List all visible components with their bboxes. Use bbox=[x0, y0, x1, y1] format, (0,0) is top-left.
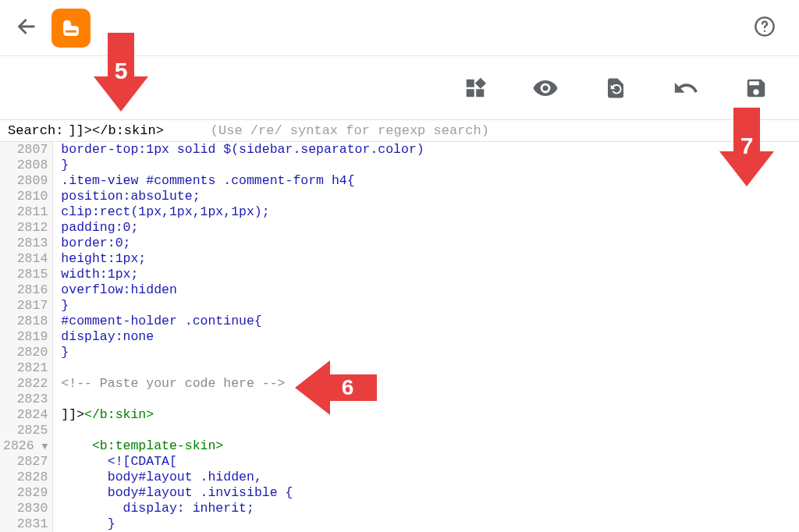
line-number: 2811 bbox=[3, 204, 48, 220]
svg-rect-6 bbox=[475, 77, 486, 88]
line-number: 2824 bbox=[3, 407, 48, 423]
search-hint: (Use /re/ syntax for regexp search) bbox=[211, 123, 489, 138]
code-line[interactable]: overflow:hidden bbox=[61, 282, 424, 298]
code-line[interactable]: width:1px; bbox=[61, 267, 424, 282]
blogger-logo-icon[interactable] bbox=[51, 9, 91, 48]
code-line[interactable] bbox=[61, 423, 424, 438]
code-content[interactable]: border-top:1px solid $(sidebar.separator… bbox=[53, 142, 424, 532]
widgets-icon[interactable] bbox=[463, 76, 487, 100]
search-value: ]]></b:skin> bbox=[68, 123, 163, 138]
code-line[interactable]: border:0; bbox=[61, 236, 424, 251]
restore-icon[interactable] bbox=[604, 76, 627, 100]
line-number: 2815 bbox=[3, 267, 48, 282]
code-line[interactable]: <b:template-skin> bbox=[61, 438, 424, 454]
svg-rect-4 bbox=[467, 89, 474, 97]
line-number: 2809 bbox=[3, 173, 48, 189]
help-icon[interactable] bbox=[754, 16, 776, 41]
code-line[interactable] bbox=[61, 392, 424, 407]
line-number: 2810 bbox=[3, 189, 48, 204]
line-number: 2808 bbox=[3, 158, 48, 173]
line-number: 2825 bbox=[3, 423, 48, 438]
svg-point-2 bbox=[764, 30, 765, 31]
svg-rect-5 bbox=[476, 89, 484, 97]
line-number: 2812 bbox=[3, 220, 48, 236]
save-icon[interactable] bbox=[744, 76, 768, 100]
code-line[interactable]: clip:rect(1px,1px,1px,1px); bbox=[61, 204, 424, 220]
code-line[interactable]: body#layout .hidden, bbox=[61, 470, 424, 485]
code-line[interactable]: <!-- Paste your code here --> bbox=[61, 376, 424, 392]
code-line[interactable]: border-top:1px solid $(sidebar.separator… bbox=[61, 142, 424, 158]
line-number: 2823 bbox=[3, 392, 48, 407]
code-line[interactable]: height:1px; bbox=[61, 251, 424, 267]
code-line[interactable]: display:none bbox=[61, 329, 424, 345]
code-line[interactable]: display: inherit; bbox=[61, 501, 424, 516]
line-number: 2807 bbox=[3, 142, 48, 158]
back-arrow-icon[interactable] bbox=[16, 16, 37, 41]
line-number: 2826 ▼ bbox=[3, 438, 48, 454]
code-line[interactable]: body#layout .invisible { bbox=[61, 485, 424, 501]
line-number: 2816 bbox=[3, 282, 48, 298]
line-number: 2814 bbox=[3, 251, 48, 267]
code-line[interactable]: position:absolute; bbox=[61, 189, 424, 204]
code-line[interactable]: } bbox=[61, 158, 424, 173]
preview-eye-icon[interactable] bbox=[532, 75, 559, 101]
line-number: 2819 bbox=[3, 329, 48, 345]
svg-rect-3 bbox=[467, 79, 474, 87]
editor-toolbar bbox=[0, 56, 799, 120]
line-number: 2827 bbox=[3, 454, 48, 470]
top-bar bbox=[0, 0, 799, 56]
line-number: 2821 bbox=[3, 360, 48, 376]
code-line[interactable]: ]]></b:skin> bbox=[61, 407, 424, 423]
search-bar[interactable]: Search: ]]></b:skin> (Use /re/ syntax fo… bbox=[0, 120, 799, 142]
code-line[interactable] bbox=[61, 360, 424, 376]
line-number: 2829 bbox=[3, 485, 48, 501]
code-line[interactable]: padding:0; bbox=[61, 220, 424, 236]
line-number: 2817 bbox=[3, 298, 48, 314]
code-line[interactable]: .item-view #comments .comment-form h4{ bbox=[61, 173, 424, 189]
code-line[interactable]: <![CDATA[ bbox=[61, 454, 424, 470]
undo-icon[interactable] bbox=[673, 75, 699, 101]
line-number: 2831 bbox=[3, 516, 48, 532]
line-number: 2830 bbox=[3, 501, 48, 516]
line-number: 2820 bbox=[3, 345, 48, 360]
code-line[interactable]: } bbox=[61, 298, 424, 314]
search-label: Search: bbox=[8, 123, 63, 138]
code-line[interactable]: #comment-holder .continue{ bbox=[61, 314, 424, 329]
line-number: 2818 bbox=[3, 314, 48, 329]
code-editor[interactable]: 2807280828092810281128122813281428152816… bbox=[0, 142, 799, 532]
line-number-gutter: 2807280828092810281128122813281428152816… bbox=[0, 142, 53, 532]
line-number: 2822 bbox=[3, 376, 48, 392]
code-line[interactable]: } bbox=[61, 345, 424, 360]
line-number: 2828 bbox=[3, 470, 48, 485]
line-number: 2813 bbox=[3, 236, 48, 251]
code-line[interactable]: } bbox=[61, 516, 424, 532]
svg-point-7 bbox=[542, 85, 548, 90]
